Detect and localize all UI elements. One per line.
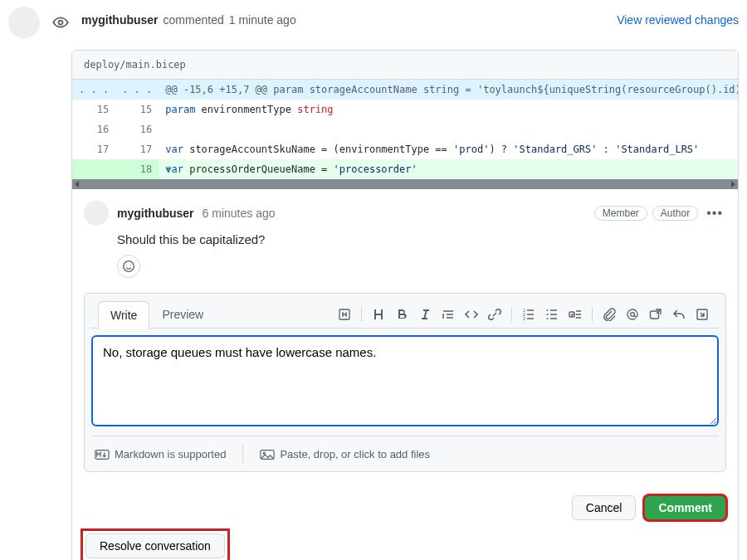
add-reaction-button[interactable] [117,255,140,278]
cross-reference-icon[interactable] [649,308,662,321]
file-path[interactable]: deploy/main.bicep [72,51,738,80]
markdown-supported-link[interactable]: Markdown is supported [95,448,226,460]
heading-icon[interactable] [372,308,385,321]
diff-table: . . . . . . @@ -15,6 +15,7 @@ param stor… [72,80,739,179]
hunk-dots: . . . [115,80,159,100]
line-num-old: 16 [72,119,115,139]
resolve-conversation-button[interactable]: Resolve conversation [85,533,225,558]
svg-point-1 [124,261,134,272]
code-line: +var processOrderQueueName = 'processord… [159,159,739,179]
quote-icon[interactable] [442,308,455,321]
code-line: var storageAccountSkuName = (environment… [159,139,739,159]
comment-button[interactable]: Comment [644,495,726,520]
comment-time[interactable]: 6 minutes ago [203,207,276,220]
badge-author: Author [652,206,698,221]
bold-icon[interactable] [395,308,408,321]
header-action: commented [164,13,224,27]
comment-username[interactable]: mygithubuser [117,207,194,220]
svg-point-0 [59,21,63,25]
header-username[interactable]: mygithubuser [81,13,159,27]
cancel-button[interactable]: Cancel [572,495,637,520]
horizontal-scrollbar[interactable] [72,179,738,189]
smiley-icon [122,260,135,273]
italic-icon[interactable] [418,308,432,321]
comment-body: Should this be capitalized? [117,232,726,246]
view-reviewed-changes-link[interactable]: View reviewed changes [617,13,739,27]
hunk-header: @@ -15,6 +15,7 @@ param storageAccountNa… [159,80,739,100]
tab-preview[interactable]: Preview [149,300,216,328]
line-num-old: 15 [72,100,115,119]
review-thread: deploy/main.bicep . . . . . . @@ -15,6 +… [71,50,739,560]
eye-icon [51,13,70,32]
line-num-new: 17 [115,139,159,159]
image-icon [260,449,275,460]
line-num-new: 16 [115,119,159,139]
expand-icon[interactable] [696,308,709,321]
avatar[interactable] [8,7,40,38]
svg-point-17 [264,452,266,454]
header-time[interactable]: 1 minute ago [229,13,296,27]
badge-member: Member [594,206,647,221]
svg-point-2 [126,265,127,265]
line-num-new: 18 [115,159,159,179]
tab-write[interactable]: Write [98,301,149,329]
svg-point-8 [547,309,549,311]
line-num-old: 17 [72,139,115,159]
svg-point-3 [130,265,131,265]
reply-textarea[interactable]: No, storage queues must have lowercase n… [91,335,719,426]
attach-icon[interactable] [603,308,616,321]
code-line [159,119,739,139]
comment-actions-menu[interactable]: ••• [703,206,726,221]
attach-files-link[interactable]: Paste, drop, or click to add files [260,448,430,460]
svg-point-10 [547,318,549,319]
line-num-old [72,159,115,179]
svg-point-12 [631,312,635,316]
reply-icon[interactable] [672,308,686,321]
unordered-list-icon[interactable] [545,308,559,321]
suggestion-icon[interactable] [338,308,351,321]
reply-box: Write Preview 123 [84,293,726,472]
mention-icon[interactable] [626,308,639,321]
task-list-icon[interactable] [569,308,582,321]
ordered-list-icon[interactable]: 123 [522,308,535,321]
comment-avatar[interactable] [84,201,109,226]
hunk-dots: . . . [72,80,115,100]
code-line: param environmentType string [159,100,739,119]
markdown-icon [95,449,110,460]
line-num-new: 15 [115,100,159,119]
svg-point-9 [547,314,549,315]
svg-text:3: 3 [523,316,525,321]
svg-rect-15 [95,450,109,459]
link-icon[interactable] [488,308,501,321]
code-icon[interactable] [465,308,478,321]
